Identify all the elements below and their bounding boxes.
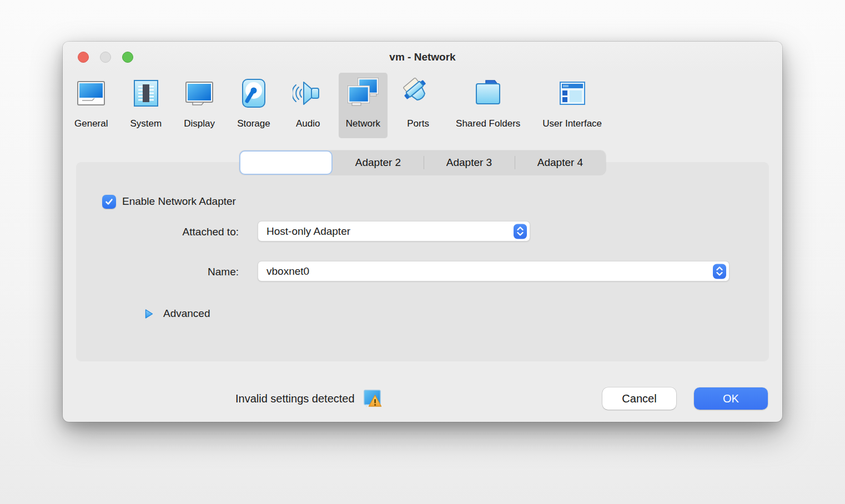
tab-adapter-2[interactable]: Adapter 2: [333, 150, 424, 175]
enable-network-adapter-label: Enable Network Adapter: [122, 195, 236, 208]
toolbar-label: System: [130, 118, 162, 129]
traffic-lights: [78, 52, 133, 63]
tab-adapter-1[interactable]: [239, 150, 333, 175]
toolbar-item-ports[interactable]: Ports: [395, 73, 441, 138]
toolbar-label: Audio: [296, 118, 320, 129]
toolbar-label: General: [74, 118, 108, 129]
system-chip-icon: [130, 78, 162, 109]
tab-adapter-4[interactable]: Adapter 4: [515, 150, 606, 175]
general-monitor-icon: [76, 78, 107, 109]
attached-to-value: Host-only Adapter: [266, 225, 350, 238]
toolbar-label: User Interface: [542, 118, 602, 129]
zoom-window-button[interactable]: [122, 52, 133, 63]
invalid-settings-status: Invalid settings detected: [235, 387, 383, 410]
toolbar-label: Display: [184, 118, 215, 129]
toolbar-item-audio[interactable]: Audio: [285, 73, 331, 138]
name-label: Name:: [76, 265, 239, 279]
stepper-arrows-icon: [713, 264, 726, 279]
audio-speaker-icon: [293, 78, 324, 109]
shared-folders-icon: [472, 78, 504, 109]
footer: Invalid settings detected Cancel OK: [63, 387, 782, 410]
toolbar-item-user-interface[interactable]: User Interface: [535, 73, 609, 138]
toolbar-item-network[interactable]: Network: [339, 73, 388, 138]
toolbar-label: Network: [346, 118, 380, 129]
adapter-settings-panel: Enable Network Adapter Attached to: Host…: [76, 162, 769, 361]
attached-to-select[interactable]: Host-only Adapter: [258, 221, 530, 241]
enable-adapter-row: Enable Network Adapter: [102, 194, 236, 209]
adapter-tab-bar: Adapter 2 Adapter 3 Adapter 4: [239, 150, 606, 175]
status-text: Invalid settings detected: [235, 392, 355, 405]
user-interface-icon: [557, 78, 588, 109]
stepper-arrows-icon: [514, 224, 527, 239]
titlebar: vm - Network: [63, 42, 782, 73]
cancel-button[interactable]: Cancel: [602, 387, 676, 410]
enable-network-adapter-checkbox[interactable]: [102, 195, 116, 209]
toolbar-item-shared-folders[interactable]: Shared Folders: [449, 73, 527, 138]
storage-disk-icon: [238, 78, 269, 109]
toolbar-item-display[interactable]: Display: [177, 73, 222, 138]
name-value: vboxnet0: [266, 265, 309, 278]
tab-adapter-3[interactable]: Adapter 3: [424, 150, 515, 175]
attached-to-label: Attached to:: [76, 225, 239, 239]
display-monitor-icon: [184, 78, 215, 109]
settings-toolbar: General System: [63, 73, 782, 138]
ports-connector-icon: [403, 78, 434, 109]
disclosure-triangle-icon: [144, 309, 154, 319]
network-monitors-icon: [348, 78, 379, 109]
checkmark-icon: [104, 197, 114, 206]
toolbar-item-general[interactable]: General: [67, 73, 115, 138]
advanced-label: Advanced: [163, 308, 210, 320]
toolbar-item-storage[interactable]: Storage: [230, 73, 278, 138]
minimize-window-button[interactable]: [100, 52, 111, 63]
settings-window: vm - Network General: [63, 42, 782, 422]
name-select[interactable]: vboxnet0: [258, 261, 730, 281]
toolbar-label: Shared Folders: [456, 118, 520, 129]
ok-button[interactable]: OK: [694, 387, 768, 410]
close-window-button[interactable]: [78, 52, 89, 63]
toolbar-label: Storage: [237, 118, 270, 129]
window-title: vm - Network: [63, 42, 782, 73]
toolbar-item-system[interactable]: System: [123, 73, 169, 138]
warning-triangle-icon: [363, 389, 383, 409]
advanced-disclosure[interactable]: Advanced: [144, 306, 210, 321]
toolbar-label: Ports: [407, 118, 429, 129]
